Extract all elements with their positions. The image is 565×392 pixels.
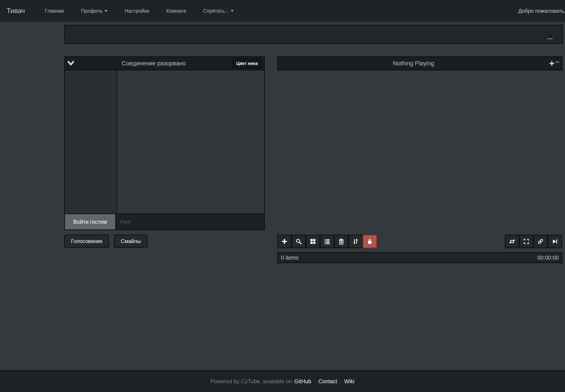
chat-body xyxy=(64,70,265,214)
navbar: Тивач Главная Профиль Настройки Комната … xyxy=(0,0,565,22)
sort-arrows-icon xyxy=(352,238,359,245)
nick-color-button[interactable]: Цвет ника xyxy=(233,59,261,68)
minimize-icon xyxy=(548,34,552,38)
playlist-meta-bar: 0 items 00:00:00 xyxy=(277,252,562,263)
github-link[interactable]: GitHub xyxy=(294,378,311,385)
nav-item-label: Профиль xyxy=(81,8,102,14)
search-icon xyxy=(295,238,302,245)
lock-playlist-button[interactable] xyxy=(362,235,377,248)
video-resize-controls: + − xyxy=(549,59,560,68)
now-playing-title: Nothing Playing xyxy=(278,60,549,67)
trash-icon xyxy=(338,238,345,245)
list-icon xyxy=(324,238,330,245)
lock-icon xyxy=(366,238,373,245)
step-forward-icon xyxy=(551,238,558,245)
grid-icon xyxy=(310,238,316,245)
chevron-down-icon xyxy=(68,61,74,66)
emotes-button[interactable]: Смайлы xyxy=(114,235,148,248)
playlist-duration: 00:00:00 xyxy=(537,254,559,261)
nav-item-home[interactable]: Главная xyxy=(36,8,72,14)
playlist-header: Nothing Playing + − xyxy=(277,56,562,70)
repeat-icon xyxy=(509,238,515,245)
chat-input-row: Войти гостем xyxy=(64,214,265,230)
guest-name-input[interactable] xyxy=(116,214,264,229)
motd-collapse-button[interactable] xyxy=(547,34,552,41)
playlist-toolbar-right xyxy=(505,235,562,248)
welcome-text: Добро пожаловать, xyxy=(518,8,565,14)
nav-item-room[interactable]: Комната xyxy=(158,8,194,14)
powered-by-text: Powered by CyTube, available on xyxy=(211,378,292,385)
playlist-toolbar-left xyxy=(277,235,377,248)
chat-status-title: Соединение разорвано xyxy=(75,60,233,67)
page-root: Тивач Главная Профиль Настройки Комната … xyxy=(0,0,565,392)
nav-item-label: Спрятать... xyxy=(203,8,229,14)
chat-header: Соединение разорвано Цвет ника xyxy=(64,56,265,70)
fullscreen-icon xyxy=(523,238,530,245)
shrink-video-button[interactable]: − xyxy=(555,58,560,66)
fullscreen-button[interactable] xyxy=(519,235,534,248)
grid-view-button[interactable] xyxy=(306,235,320,248)
nav-item-profile[interactable]: Профиль xyxy=(72,8,116,14)
search-media-button[interactable] xyxy=(291,235,306,248)
nav-item-label: Главная xyxy=(45,8,64,14)
caret-down-icon xyxy=(231,10,234,12)
page-footer: Powered by CyTube, available on GitHub ·… xyxy=(0,370,565,392)
motd-panel xyxy=(64,25,563,44)
nav-item-label: Настройки xyxy=(125,8,149,14)
chat-footer-buttons: Голосование Смайлы xyxy=(64,235,148,248)
poll-button[interactable]: Голосование xyxy=(64,235,109,248)
grow-video-button[interactable]: + xyxy=(549,59,554,68)
caret-down-icon xyxy=(104,10,108,12)
guest-login-button[interactable]: Войти гостем xyxy=(65,214,116,229)
media-link-button[interactable] xyxy=(533,235,548,248)
link-icon xyxy=(537,238,544,245)
brand-link[interactable]: Тивач xyxy=(7,7,25,15)
nav-item-label: Комната xyxy=(166,8,186,14)
userlist-toggle-button[interactable] xyxy=(68,61,75,66)
nav-item-hide[interactable]: Спрятать... xyxy=(194,8,242,14)
playlist-count: 0 items xyxy=(281,254,299,261)
clear-playlist-button[interactable] xyxy=(334,235,348,248)
list-view-button[interactable] xyxy=(320,235,334,248)
nav-item-settings[interactable]: Настройки xyxy=(116,8,158,14)
skip-next-button[interactable] xyxy=(548,235,562,248)
loop-playlist-button[interactable] xyxy=(505,235,519,248)
message-buffer xyxy=(117,70,264,213)
minimize-icon xyxy=(547,38,552,39)
add-media-button[interactable] xyxy=(277,235,292,248)
separator-dot: · xyxy=(340,378,342,385)
wiki-link[interactable]: Wiki xyxy=(344,378,354,385)
userlist xyxy=(65,70,117,213)
shuffle-sort-button[interactable] xyxy=(348,235,363,248)
plus-icon xyxy=(281,238,288,245)
contact-link[interactable]: Contact xyxy=(318,378,337,385)
separator-dot: · xyxy=(314,378,316,385)
